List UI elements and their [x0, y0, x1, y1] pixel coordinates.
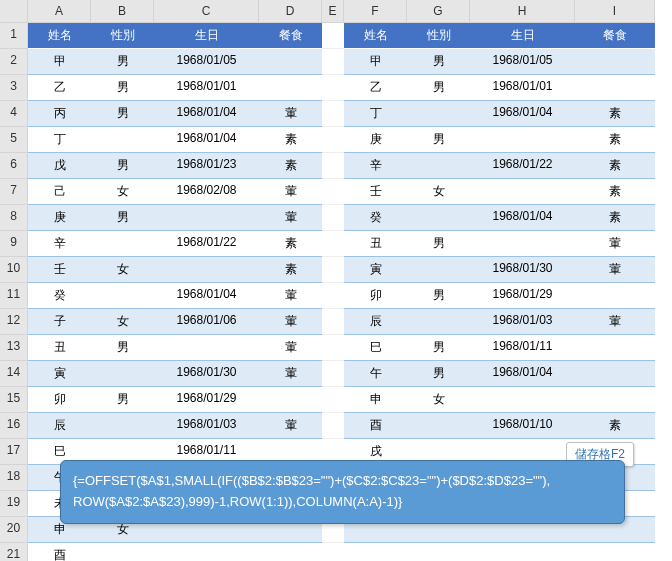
cell[interactable]: [575, 335, 655, 361]
cell[interactable]: 申: [344, 387, 407, 413]
cell[interactable]: [259, 387, 322, 413]
cell[interactable]: [407, 101, 470, 127]
cell[interactable]: [322, 309, 344, 335]
col-header[interactable]: C: [154, 0, 259, 23]
cell[interactable]: [575, 49, 655, 75]
cell[interactable]: 1968/01/04: [154, 127, 259, 153]
cell[interactable]: [259, 543, 322, 561]
cell[interactable]: 1968/01/11: [470, 335, 575, 361]
cell[interactable]: 男: [91, 335, 154, 361]
cell[interactable]: 素: [575, 205, 655, 231]
cell[interactable]: 男: [407, 127, 470, 153]
cell[interactable]: [322, 283, 344, 309]
cell[interactable]: 男: [91, 75, 154, 101]
cell[interactable]: 葷: [259, 361, 322, 387]
cell[interactable]: [259, 75, 322, 101]
cell[interactable]: 葷: [259, 413, 322, 439]
cell[interactable]: 男: [407, 75, 470, 101]
cell[interactable]: 男: [407, 283, 470, 309]
cell[interactable]: 午: [344, 361, 407, 387]
cell[interactable]: 男: [407, 231, 470, 257]
row-header[interactable]: 10: [0, 257, 28, 283]
cell[interactable]: [322, 257, 344, 283]
col-header[interactable]: F: [344, 0, 407, 23]
cell[interactable]: 葷: [259, 205, 322, 231]
cell[interactable]: 癸: [28, 283, 91, 309]
row-header[interactable]: 4: [0, 101, 28, 127]
cell[interactable]: [407, 309, 470, 335]
row-header[interactable]: 2: [0, 49, 28, 75]
cell[interactable]: 葷: [575, 257, 655, 283]
cell[interactable]: 1968/01/03: [470, 309, 575, 335]
cell[interactable]: [322, 361, 344, 387]
cell[interactable]: 戊: [28, 153, 91, 179]
row-header[interactable]: 20: [0, 517, 28, 543]
cell[interactable]: [322, 179, 344, 205]
cell[interactable]: 庚: [344, 127, 407, 153]
row-header[interactable]: 17: [0, 439, 28, 465]
row-header[interactable]: 7: [0, 179, 28, 205]
cell[interactable]: 1968/01/10: [470, 413, 575, 439]
cell[interactable]: 1968/01/04: [154, 283, 259, 309]
row-header[interactable]: 16: [0, 413, 28, 439]
cell[interactable]: [575, 543, 655, 561]
col-header[interactable]: A: [28, 0, 91, 23]
row-header[interactable]: 6: [0, 153, 28, 179]
cell[interactable]: [322, 49, 344, 75]
cell[interactable]: [470, 387, 575, 413]
cell[interactable]: 男: [91, 153, 154, 179]
cell[interactable]: [407, 153, 470, 179]
cell[interactable]: [154, 543, 259, 561]
cell[interactable]: 丁: [28, 127, 91, 153]
cell[interactable]: 辰: [28, 413, 91, 439]
cell[interactable]: 辛: [344, 153, 407, 179]
row-header[interactable]: 9: [0, 231, 28, 257]
cell[interactable]: 男: [91, 49, 154, 75]
cell[interactable]: 男: [91, 101, 154, 127]
cell[interactable]: [407, 257, 470, 283]
cell[interactable]: 乙: [344, 75, 407, 101]
cell[interactable]: 酉: [28, 543, 91, 561]
col-header[interactable]: H: [470, 0, 575, 23]
row-header[interactable]: 8: [0, 205, 28, 231]
cell[interactable]: 1968/01/04: [470, 205, 575, 231]
cell[interactable]: 卯: [344, 283, 407, 309]
cell[interactable]: 葷: [259, 309, 322, 335]
cell[interactable]: [575, 75, 655, 101]
cell[interactable]: 丙: [28, 101, 91, 127]
row-header[interactable]: 11: [0, 283, 28, 309]
cell[interactable]: 葷: [259, 101, 322, 127]
cell[interactable]: 1968/01/29: [154, 387, 259, 413]
cell[interactable]: 1968/01/01: [470, 75, 575, 101]
cell[interactable]: 卯: [28, 387, 91, 413]
cell[interactable]: 壬: [28, 257, 91, 283]
cell[interactable]: 葷: [259, 179, 322, 205]
cell[interactable]: [91, 413, 154, 439]
cell[interactable]: 己: [28, 179, 91, 205]
cell[interactable]: [322, 75, 344, 101]
cell[interactable]: 乙: [28, 75, 91, 101]
cell[interactable]: [91, 543, 154, 561]
cell[interactable]: [322, 231, 344, 257]
row-header[interactable]: 19: [0, 491, 28, 517]
row-header[interactable]: 21: [0, 543, 28, 561]
cell[interactable]: 1968/01/22: [470, 153, 575, 179]
cell[interactable]: 1968/01/30: [470, 257, 575, 283]
cell[interactable]: 酉: [344, 413, 407, 439]
row-header[interactable]: 5: [0, 127, 28, 153]
cell[interactable]: [407, 543, 470, 561]
cell[interactable]: [575, 387, 655, 413]
cell[interactable]: [91, 231, 154, 257]
cell[interactable]: 丑: [344, 231, 407, 257]
cell[interactable]: 素: [575, 101, 655, 127]
cell[interactable]: [407, 205, 470, 231]
cell[interactable]: 寅: [28, 361, 91, 387]
cell[interactable]: 女: [407, 387, 470, 413]
cell[interactable]: 女: [407, 179, 470, 205]
cell[interactable]: [322, 101, 344, 127]
cell[interactable]: 辛: [28, 231, 91, 257]
cell[interactable]: [470, 543, 575, 561]
col-header[interactable]: B: [91, 0, 154, 23]
cell[interactable]: [407, 413, 470, 439]
cell[interactable]: 甲: [344, 49, 407, 75]
